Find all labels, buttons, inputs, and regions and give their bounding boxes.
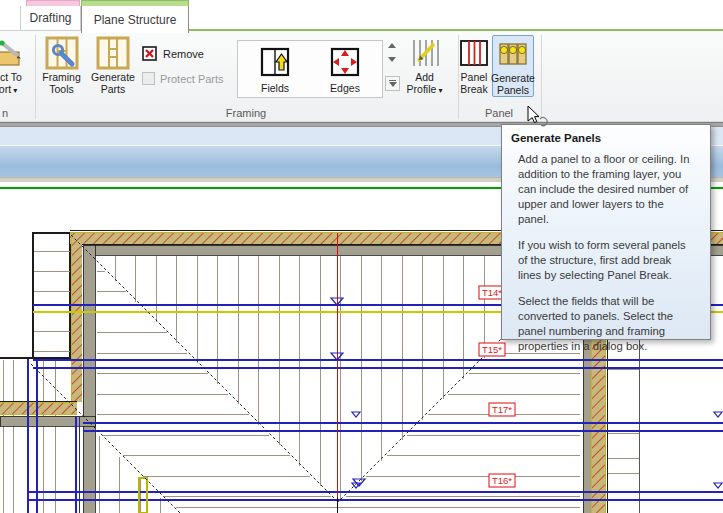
panel-break-label-line1: Panel: [461, 71, 488, 83]
mouse-cursor: [527, 106, 549, 132]
edges-icon: [330, 42, 360, 82]
tooltip-paragraph-3: Select the fields that will be converted…: [511, 294, 702, 354]
edges-button[interactable]: Edges: [312, 42, 378, 96]
generate-parts-button[interactable]: Generate Parts: [88, 35, 138, 99]
tooltip-paragraph-1: Add a panel to a floor or ceiling. In ad…: [511, 152, 702, 227]
add-profile-button[interactable]: Add Profile▾: [400, 35, 449, 99]
generate-parts-icon: [96, 35, 130, 71]
framing-tools-label-line1: Framing: [42, 71, 81, 83]
add-profile-icon: [410, 35, 440, 71]
ribbon-row-down-button[interactable]: [385, 54, 398, 65]
package-pencil-icon: [0, 35, 25, 71]
application-window: T14*T15*T17*T16* Drafting Plane Structur…: [0, 0, 723, 513]
fields-label: Fields: [261, 82, 289, 94]
tooltip-paragraph-2: If you wish to form several panels of th…: [511, 238, 702, 283]
remove-icon: [142, 46, 158, 62]
clipped-export-label-line2: ort▾: [0, 83, 17, 97]
ribbon-row-up-button[interactable]: [385, 40, 398, 51]
tooltip: Generate Panels Add a panel to a floor o…: [501, 124, 711, 340]
fields-icon: [260, 42, 290, 82]
svg-text:T17*: T17*: [492, 404, 512, 415]
generate-parts-label-line1: Generate: [91, 71, 135, 83]
generate-panels-button[interactable]: Generate Panels: [492, 35, 534, 97]
ribbon-body: ect To ort▾ Framing Tools: [0, 31, 723, 122]
remove-button[interactable]: Remove: [142, 46, 204, 62]
dropdown-arrow-icon: ▾: [438, 86, 442, 95]
framing-tools-label-line2: Tools: [49, 83, 74, 95]
framing-tools-icon: [45, 35, 79, 71]
truss-label: T16*: [489, 474, 515, 487]
up-arrow-icon: [388, 43, 396, 48]
fields-edges-panel: Fields Edges: [237, 40, 383, 98]
generate-parts-label-line2: Parts: [101, 83, 126, 95]
protect-parts-checkbox-row: Protect Parts: [142, 72, 224, 85]
panel-break-icon: [459, 35, 489, 71]
clipped-group-label: n: [0, 107, 10, 121]
remove-label: Remove: [163, 48, 204, 60]
edges-label: Edges: [330, 82, 360, 94]
generate-panels-icon: [498, 36, 528, 72]
clipped-export-button[interactable]: ect To ort▾: [0, 35, 30, 99]
protect-parts-label: Protect Parts: [160, 73, 224, 85]
generate-panels-label-line2: Panels: [497, 84, 529, 96]
ribbon-tab-row: Drafting Plane Structure: [0, 0, 723, 31]
more-bar-icon: [389, 80, 396, 81]
tooltip-title: Generate Panels: [511, 132, 702, 144]
panel-break-button[interactable]: Panel Break: [452, 35, 496, 99]
tab-drafting[interactable]: Drafting: [20, 6, 81, 31]
down-arrow-icon: [388, 57, 396, 62]
svg-text:T14*: T14*: [482, 287, 502, 298]
fields-button[interactable]: Fields: [242, 42, 308, 96]
dropdown-arrow-icon: ▾: [13, 86, 17, 95]
ribbon: Drafting Plane Structure ect To: [0, 0, 723, 122]
group-label-framing: Framing: [96, 107, 396, 121]
clipped-export-label-line1: ect To: [0, 71, 22, 83]
protect-parts-checkbox: [142, 72, 155, 85]
tab-plane-structure[interactable]: Plane Structure: [81, 6, 189, 33]
panel-break-label-line2: Break: [460, 83, 487, 95]
group-separator: [35, 35, 36, 119]
svg-text:T15*: T15*: [482, 344, 502, 355]
add-profile-label-line2: Profile▾: [407, 83, 443, 97]
truss-label: T17*: [489, 403, 515, 416]
truss-label: T15*: [479, 343, 505, 356]
generate-panels-label-line1: Generate: [491, 72, 535, 84]
svg-text:T16*: T16*: [492, 475, 512, 486]
framing-tools-button[interactable]: Framing Tools: [37, 35, 86, 99]
add-profile-label-line1: Add: [415, 71, 434, 83]
more-arrow-icon: [389, 82, 397, 87]
ribbon-row-more-button[interactable]: [385, 76, 400, 91]
